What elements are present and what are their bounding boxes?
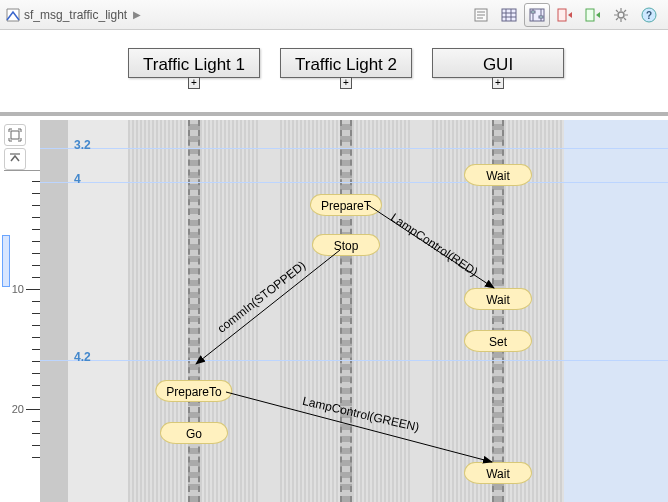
svg-text:?: ? (646, 10, 652, 21)
breadcrumb[interactable]: sf_msg_traffic_light ▶ (6, 8, 468, 22)
svg-rect-3 (531, 11, 535, 13)
state-prepare[interactable]: PrepareTo (155, 380, 232, 402)
add-panel-button[interactable] (580, 3, 606, 27)
state-wait[interactable]: Wait (464, 462, 532, 484)
time-guide (40, 360, 668, 361)
state-go[interactable]: Go (160, 422, 228, 444)
fit-to-view-button[interactable] (4, 124, 26, 146)
state-prepare[interactable]: PrepareT (310, 194, 382, 216)
state-wait[interactable]: Wait (464, 288, 532, 310)
ruler-tick-label: 10 (12, 283, 24, 295)
svg-rect-5 (558, 9, 566, 21)
svg-point-7 (618, 12, 624, 18)
text-view-button[interactable] (468, 3, 494, 27)
canvas: Traffic Light 1 + Traffic Light 2 + GUI … (0, 30, 668, 502)
chevron-right-icon: ▶ (133, 9, 141, 20)
swimlane-title: Traffic Light 2 (295, 55, 397, 74)
breadcrumb-model-name[interactable]: sf_msg_traffic_light (24, 8, 127, 22)
swimlane-header-traffic-light-2[interactable]: Traffic Light 2 + (280, 48, 412, 78)
toolbar-buttons: ? (468, 3, 662, 27)
expand-handle-icon[interactable]: + (492, 77, 504, 89)
state-set[interactable]: Set (464, 330, 532, 352)
time-label: 4 (74, 172, 81, 186)
collapse-up-button[interactable] (4, 148, 26, 170)
left-controls (2, 122, 30, 172)
svg-rect-6 (586, 9, 594, 21)
table-view-button[interactable] (496, 3, 522, 27)
expand-handle-icon[interactable]: + (340, 77, 352, 89)
viewport-marker[interactable] (2, 235, 10, 287)
expand-handle-icon[interactable]: + (188, 77, 200, 89)
plot-background (40, 120, 668, 502)
state-stop[interactable]: Stop (312, 234, 380, 256)
top-toolbar: sf_msg_traffic_light ▶ ? (0, 0, 668, 30)
swimlane-header-gui[interactable]: GUI + (432, 48, 564, 78)
remove-panel-button[interactable] (552, 3, 578, 27)
swimlane-title: Traffic Light 1 (143, 55, 245, 74)
time-label: 4.2 (74, 350, 91, 364)
swimlane-title: GUI (483, 55, 513, 74)
time-label: 3.2 (74, 138, 91, 152)
settings-button[interactable] (608, 3, 634, 27)
svg-rect-1 (502, 9, 516, 21)
sequence-view-button[interactable] (524, 3, 550, 27)
ruler-tick-label: 20 (12, 403, 24, 415)
swimlane-header-zone: Traffic Light 1 + Traffic Light 2 + GUI … (0, 30, 668, 116)
svg-rect-4 (539, 16, 543, 18)
sequence-plot[interactable]: 3.2 4 4.2 Wait PrepareT Stop Wait Set Pr… (40, 120, 668, 502)
lifeline-traffic-light-1 (188, 120, 200, 502)
swimlane-header-traffic-light-1[interactable]: Traffic Light 1 + (128, 48, 260, 78)
time-guide (40, 182, 668, 183)
time-ruler[interactable]: 10 20 (4, 170, 40, 502)
help-button[interactable]: ? (636, 3, 662, 27)
lifeline-traffic-light-2 (340, 120, 352, 502)
state-wait[interactable]: Wait (464, 164, 532, 186)
model-icon (6, 8, 20, 22)
time-guide (40, 148, 668, 149)
svg-rect-10 (11, 131, 19, 139)
